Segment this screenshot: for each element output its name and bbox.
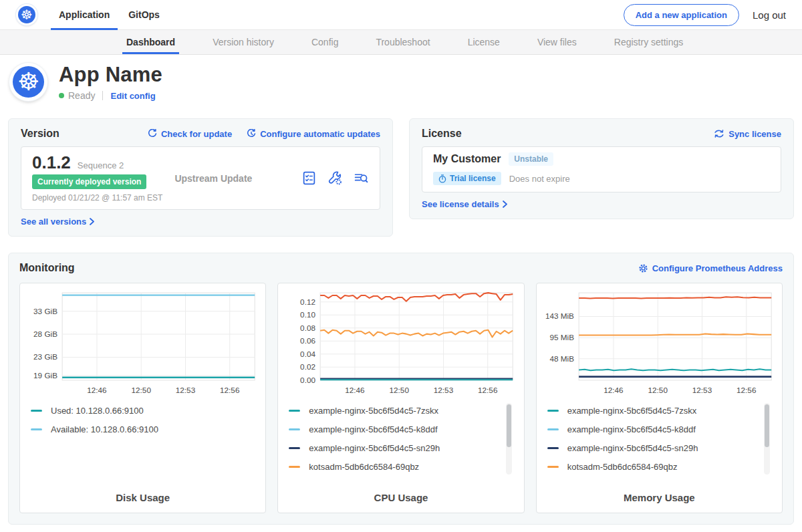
legend-color-dash xyxy=(289,447,300,449)
disk-usage-legend: Used: 10.128.0.66:9100Available: 10.128.… xyxy=(31,402,259,492)
svg-text:0.06: 0.06 xyxy=(300,336,315,345)
disk-usage-chart: 19 GiB23 GiB28 GiB33 GiB12:4612:5012:531… xyxy=(27,289,259,398)
svg-text:12:46: 12:46 xyxy=(346,386,366,394)
tab-dashboard[interactable]: Dashboard xyxy=(122,30,179,54)
svg-text:12:56: 12:56 xyxy=(220,386,240,394)
memory-usage-chart: 48 MiB95 MiB143 MiB12:4612:5012:5312:56 xyxy=(543,289,775,398)
svg-text:0.08: 0.08 xyxy=(300,323,315,332)
svg-text:143 MiB: 143 MiB xyxy=(545,311,574,320)
legend-label: kotsadm-5db6dc6584-69qbz xyxy=(309,462,419,472)
svg-text:12:46: 12:46 xyxy=(87,386,107,394)
sync-license-link[interactable]: Sync license xyxy=(714,129,781,139)
legend-color-dash xyxy=(289,428,300,430)
deployed-timestamp: Deployed 01/21/22 @ 11:57 am EST xyxy=(32,193,162,203)
see-license-details-link[interactable]: See license details xyxy=(422,199,507,209)
status-dot xyxy=(59,93,64,98)
legend-item[interactable]: kotsadm-5db6dc6584-69qbz xyxy=(547,458,775,477)
svg-text:12:56: 12:56 xyxy=(737,386,757,394)
svg-text:28 GiB: 28 GiB xyxy=(33,329,57,338)
license-expiry: Does not expire xyxy=(509,174,570,184)
legend-color-dash xyxy=(31,410,42,412)
refresh-icon xyxy=(148,129,157,138)
legend-color-dash xyxy=(31,428,42,430)
svg-text:12:53: 12:53 xyxy=(176,386,196,394)
configure-prometheus-link[interactable]: Configure Prometheus Address xyxy=(638,263,783,273)
tab-registry-settings[interactable]: Registry settings xyxy=(610,30,687,54)
kubernetes-logo-icon: ☸ xyxy=(16,4,37,25)
check-for-update-link[interactable]: Check for update xyxy=(148,129,232,139)
svg-text:0.04: 0.04 xyxy=(300,350,315,358)
chart-title: CPU Usage xyxy=(285,492,517,503)
preflight-checks-icon[interactable] xyxy=(327,170,343,186)
tab-license[interactable]: License xyxy=(464,30,504,54)
memory-usage-legend: example-nginx-5bc6f5d4c5-7zskxexample-ng… xyxy=(547,402,775,492)
app-header: ☸ App Name Ready Edit config xyxy=(0,55,802,109)
chart-title: Disk Usage xyxy=(27,492,259,503)
logout-link[interactable]: Log out xyxy=(753,9,786,21)
svg-text:12:53: 12:53 xyxy=(692,386,712,394)
app-sub-nav: Dashboard Version history Config Trouble… xyxy=(0,30,802,55)
configure-automatic-updates-link[interactable]: Configure automatic updates xyxy=(247,129,380,139)
legend-item[interactable]: example-nginx-5bc6f5d4c5-sn29h xyxy=(547,439,775,458)
legend-item[interactable]: example-nginx-5bc6f5d4c5-k8ddf xyxy=(289,420,517,439)
auto-update-icon xyxy=(247,129,256,138)
svg-text:95 MiB: 95 MiB xyxy=(549,333,574,342)
version-card: Version Check for update Configure autom… xyxy=(8,118,393,237)
legend-item[interactable]: Available: 10.128.0.66:9100 xyxy=(31,420,259,439)
legend-item[interactable]: example-nginx-5bc6f5d4c5-7zskx xyxy=(289,402,517,420)
view-files-icon[interactable] xyxy=(354,170,369,186)
legend-label: example-nginx-5bc6f5d4c5-sn29h xyxy=(567,443,698,453)
svg-text:48 MiB: 48 MiB xyxy=(549,354,574,363)
svg-text:19 GiB: 19 GiB xyxy=(33,371,57,380)
svg-text:12:53: 12:53 xyxy=(434,386,454,394)
legend-item[interactable]: example-nginx-5bc6f5d4c5-k8ddf xyxy=(547,420,775,439)
customer-name: My Customer xyxy=(433,153,501,165)
edit-config-link[interactable]: Edit config xyxy=(110,91,155,101)
monitoring-card: Monitoring Configure Prometheus Address … xyxy=(8,253,794,525)
sync-icon xyxy=(714,129,724,138)
tab-view-files[interactable]: View files xyxy=(533,30,581,54)
svg-text:12:50: 12:50 xyxy=(132,386,152,394)
legend-color-dash xyxy=(547,410,559,412)
svg-text:0.10: 0.10 xyxy=(300,310,315,319)
cpu-usage-chart-card: 0.000.020.040.060.080.100.1212:4612:5012… xyxy=(277,283,524,513)
version-sequence: Sequence 2 xyxy=(78,160,124,170)
cpu-usage-legend: example-nginx-5bc6f5d4c5-7zskxexample-ng… xyxy=(289,402,517,492)
stopwatch-icon xyxy=(438,174,446,183)
app-logo-icon: ☸ xyxy=(9,63,47,101)
add-application-button[interactable]: Add a new application xyxy=(624,4,739,26)
release-notes-icon[interactable] xyxy=(301,170,317,186)
svg-text:33 GiB: 33 GiB xyxy=(33,307,57,315)
svg-text:12:50: 12:50 xyxy=(390,386,410,394)
tab-config[interactable]: Config xyxy=(307,30,342,54)
top-nav: ☸ Application GitOps Add a new applicati… xyxy=(0,0,802,30)
divider xyxy=(102,91,103,100)
chevron-right-icon xyxy=(503,201,507,208)
version-source-label: Upstream Update xyxy=(174,173,252,184)
legend-item[interactable]: example-nginx-5bc6f5d4c5-7zskx xyxy=(547,402,775,420)
legend-scrollbar[interactable] xyxy=(506,403,512,475)
legend-scrollbar[interactable] xyxy=(764,403,770,475)
legend-label: example-nginx-5bc6f5d4c5-sn29h xyxy=(309,443,440,453)
legend-label: kotsadm-5db6dc6584-69qbz xyxy=(567,462,678,472)
legend-color-dash xyxy=(289,410,300,412)
license-card-title: License xyxy=(422,128,462,140)
legend-color-dash xyxy=(547,447,559,449)
status-text: Ready xyxy=(68,90,95,101)
chevron-right-icon xyxy=(90,218,94,225)
legend-label: example-nginx-5bc6f5d4c5-7zskx xyxy=(309,406,438,416)
license-card: License Sync license My Customer Unstabl… xyxy=(409,118,794,219)
legend-scrollbar-thumb[interactable] xyxy=(507,404,511,447)
legend-item[interactable]: Used: 10.128.0.66:9100 xyxy=(31,402,259,420)
nav-item-application[interactable]: Application xyxy=(51,0,118,30)
legend-item[interactable]: example-nginx-5bc6f5d4c5-sn29h xyxy=(289,439,517,458)
gear-icon xyxy=(638,263,648,273)
see-all-versions-link[interactable]: See all versions xyxy=(21,217,94,227)
svg-text:12:46: 12:46 xyxy=(604,386,624,394)
legend-scrollbar-thumb[interactable] xyxy=(765,404,769,447)
legend-item[interactable]: kotsadm-5db6dc6584-69qbz xyxy=(289,458,517,477)
tab-troubleshoot[interactable]: Troubleshoot xyxy=(372,30,434,54)
chart-title: Memory Usage xyxy=(543,492,775,503)
tab-version-history[interactable]: Version history xyxy=(209,30,278,54)
nav-item-gitops[interactable]: GitOps xyxy=(120,0,168,30)
